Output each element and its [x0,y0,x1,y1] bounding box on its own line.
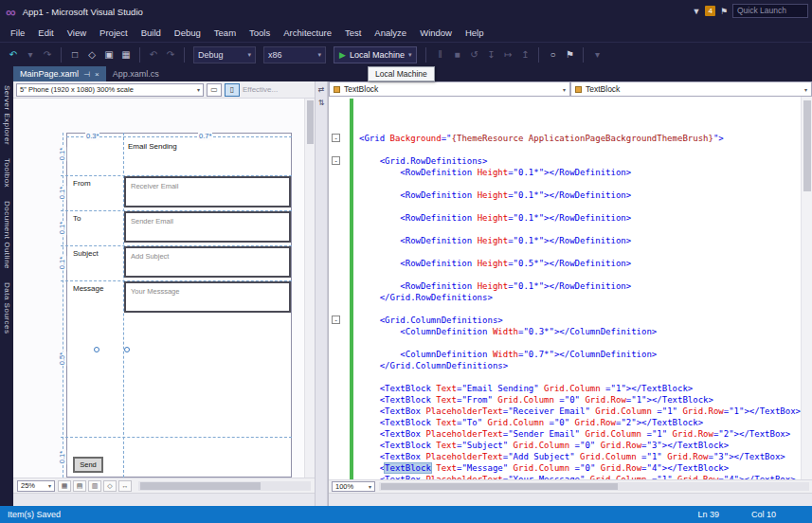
designer-label-textblock[interactable]: Subject [73,249,99,258]
show-snaplines-toggle[interactable]: ▥ [88,480,101,492]
code-line[interactable]: - <Grid.RowDefinitions> [329,155,812,167]
side-tab-toolbox[interactable]: Toolbox [3,158,11,188]
code-line[interactable]: <RowDefinition Height="0.5*"></RowDefini… [329,258,812,269]
code-line[interactable] [329,246,812,258]
menu-file[interactable]: File [4,25,31,41]
side-tab-document-outline[interactable]: Document Outline [3,201,11,269]
code-line[interactable] [329,303,812,315]
solution-platform-combo[interactable]: x86▾ [263,46,326,63]
feedback-icon[interactable]: ⚑ [720,7,728,16]
designer-textbox[interactable]: Add Subject [124,246,291,278]
code-line[interactable]: </Grid.ColumnDefinitions> [329,360,812,371]
designer-textbox[interactable]: Sender Email [124,211,291,243]
navigate-back-button[interactable]: ↶ [6,46,21,63]
fold-toggle-icon[interactable]: - [332,316,340,324]
editor-zoom-selector[interactable]: 100% ▾ [332,481,375,492]
designer-editor-splitter[interactable]: ⇄ ⇅ [315,81,328,506]
device-preview-selector[interactable]: 5" Phone (1920 x 1080) 300% scale ▾ [16,83,204,97]
menu-tools[interactable]: Tools [243,25,277,41]
menu-architecture[interactable]: Architecture [277,25,338,41]
find-in-files-button[interactable]: ○ [545,46,560,63]
code-line[interactable]: <RowDefinition Height="0.1*"></RowDefini… [329,189,812,201]
pan-button[interactable]: ↔ [118,480,132,492]
code-line[interactable]: <RowDefinition Height="0.1*"></RowDefini… [329,212,812,224]
selection-adorner-handle[interactable] [124,347,130,352]
designer-heading-textblock[interactable]: Email Sending [128,142,177,151]
fold-toggle-icon[interactable]: - [332,134,340,142]
step-over-button[interactable]: ↦ [500,46,515,63]
designer-textbox[interactable]: Your Messsage [124,281,291,313]
scrollbar-thumb[interactable] [381,483,618,490]
notifications-icon[interactable]: ▼ [693,7,701,16]
code-line[interactable]: <RowDefinition Height="0.1*"></RowDefini… [329,167,812,178]
menu-analyze[interactable]: Analyze [368,25,413,41]
solution-configuration-combo[interactable]: Debug▾ [193,46,256,63]
undo-button[interactable]: ↶ [146,46,161,63]
step-out-button[interactable]: ↥ [517,46,532,63]
save-button[interactable]: ▣ [101,46,117,63]
menu-test[interactable]: Test [338,25,368,41]
designer-horizontal-scrollbar[interactable] [138,481,311,491]
designer-send-button[interactable]: Send [73,457,103,473]
code-line[interactable]: <TextBlock Text="To" Grid.Column ="0" Gr… [329,417,812,428]
document-tab-mainpage-xaml[interactable]: MainPage.xaml⊣× [13,66,106,81]
side-tab-data-sources[interactable]: Data Sources [3,282,11,334]
new-file-button[interactable]: □ [67,46,82,63]
navigate-back-dropdown[interactable]: ▾ [23,46,38,63]
element-breadcrumb-left[interactable]: TextBlock ▾ [329,81,570,97]
code-line[interactable]: <TextBox PlaceholderText="Add Subject" G… [329,451,812,462]
show-grid-toggle[interactable]: ▦ [58,480,71,492]
code-line[interactable]: <TextBlock Text="Email Sending" Grid.Col… [329,383,812,394]
toolbar-options-button[interactable]: ▾ [589,46,604,63]
scrollbar-thumb[interactable] [140,482,261,490]
menu-window[interactable]: Window [413,25,459,41]
code-line[interactable]: <TextBlock Text="Subject" Grid.Column ="… [329,440,812,451]
document-tab-app-xaml-cs[interactable]: App.xaml.cs [106,66,166,81]
code-line[interactable]: <TextBox PlaceholderText="Sender Email" … [329,428,812,440]
menu-help[interactable]: Help [459,25,491,41]
split-orientation-icon[interactable]: ⇅ [318,99,325,107]
step-into-button[interactable]: ↧ [483,46,498,63]
code-line[interactable]: <ColumnDefinition Width="0.3*"></ColumnD… [329,326,812,337]
code-editor[interactable]: -<Grid Background="{ThemeResource Applic… [329,97,812,479]
restart-button[interactable]: ↺ [466,46,481,63]
designer-textbox[interactable]: Receiver Email [124,176,291,207]
menu-debug[interactable]: Debug [168,25,208,41]
code-line[interactable] [329,201,812,212]
landscape-view-toggle[interactable]: ▭ [207,83,222,97]
designer-label-textblock[interactable]: From [73,179,91,188]
designer-label-textblock[interactable]: Message [73,284,103,293]
designer-zoom-selector[interactable]: 25% ▾ [17,480,55,492]
scrollbar-thumb[interactable] [307,100,314,144]
designer-label-textblock[interactable]: To [73,214,81,223]
notification-count-badge[interactable]: 4 [705,6,714,16]
code-line[interactable]: - <Grid.ColumnDefinitions> [329,315,812,326]
save-all-button[interactable]: ▦ [118,46,134,63]
navigate-forward-button[interactable]: ↷ [40,46,55,63]
snap-to-grid-toggle[interactable]: ▤ [73,480,86,492]
code-line[interactable]: <TextBox PlaceholderText="Receiver Email… [329,406,812,417]
pause-button[interactable]: ‖ [432,46,447,63]
editor-horizontal-scrollbar[interactable] [379,482,809,491]
selection-adorner-handle[interactable] [94,347,99,352]
code-line[interactable]: -<Grid Background="{ThemeResource Applic… [329,133,812,144]
code-line[interactable] [329,224,812,235]
quick-launch-input[interactable]: Quick Launch [732,4,808,18]
element-breadcrumb-right[interactable]: TextBlock ▾ [570,81,812,97]
code-line[interactable]: </Grid.RowDefinitions> [329,292,812,303]
portrait-view-toggle[interactable]: ▯ [225,83,240,97]
code-line[interactable] [329,144,812,155]
code-line[interactable]: <ColumnDefinition Width="0.7*"></ColumnD… [329,349,812,360]
code-line[interactable]: <RowDefinition Height="0.1*"></RowDefini… [329,280,812,292]
open-file-button[interactable]: ◇ [84,46,99,63]
zoom-fit-button[interactable]: ◇ [103,480,117,492]
bookmark-button[interactable]: ⚑ [562,46,577,63]
side-tab-server-explorer[interactable]: Server Explorer [3,85,11,145]
swap-panes-icon[interactable]: ⇄ [318,85,325,94]
designer-vertical-scrollbar[interactable] [304,99,315,478]
menu-team[interactable]: Team [208,25,243,41]
menu-edit[interactable]: Edit [31,25,60,41]
code-line[interactable] [329,371,812,383]
code-line[interactable]: <TextBox PlaceholderText="Your Messsage"… [329,474,812,479]
code-line[interactable]: <TextBlock Text="From" Grid.Column ="0" … [329,394,812,406]
